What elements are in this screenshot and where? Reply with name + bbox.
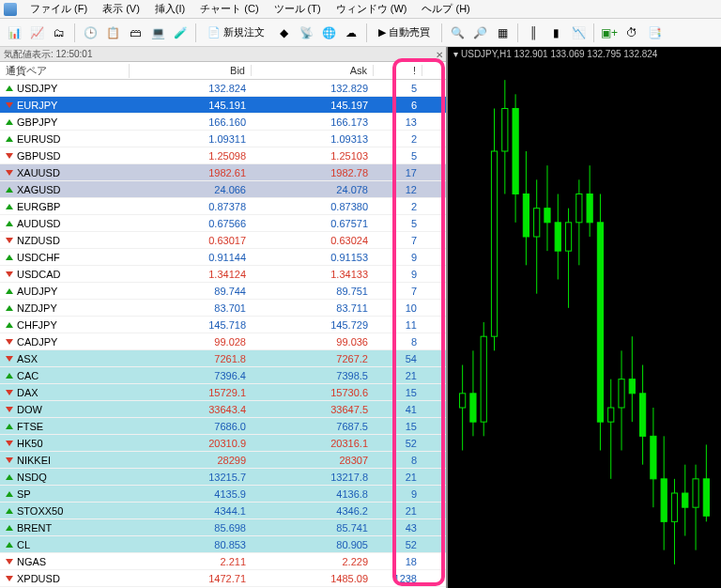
bid-cell: 80.853 (130, 539, 252, 550)
triangle-up-icon (6, 187, 13, 193)
table-row[interactable]: GBPJPY166.160166.17313 (0, 114, 446, 131)
triangle-down-icon (6, 390, 13, 395)
table-row[interactable]: EURUSD1.093111.093132 (0, 131, 446, 147)
chart-panel[interactable]: ▾USDJPY,H1 132.901 133.069 132.795 132.8… (448, 47, 721, 588)
table-row[interactable]: EURJPY145.191145.1976 (0, 97, 446, 114)
spread-cell: 11 (374, 319, 422, 331)
close-icon[interactable]: ✕ (436, 48, 443, 63)
new-order-button[interactable]: 📄新規注文 (201, 23, 271, 43)
spread-cell: 9 (374, 269, 422, 280)
add-indicator-icon[interactable]: ▣+ (599, 23, 620, 43)
table-row[interactable]: NSDQ13215.713217.821 (0, 469, 446, 486)
table-row[interactable]: CADJPY99.02899.0368 (0, 333, 446, 350)
terminal-icon[interactable]: 💻 (147, 23, 168, 43)
table-row[interactable]: NIKKEI28299283078 (0, 452, 446, 469)
header-spread[interactable]: ! (374, 65, 422, 76)
spread-cell: 15 (374, 387, 422, 398)
table-row[interactable]: XAGUSD24.06624.07812 (0, 181, 446, 198)
menu-tool[interactable]: ツール (T) (267, 0, 329, 18)
table-row[interactable]: ASX7261.87267.254 (0, 350, 446, 367)
table-row[interactable]: BRENT85.69885.74143 (0, 519, 446, 536)
triangle-up-icon (6, 491, 13, 497)
metaeditor-icon[interactable]: ◆ (273, 23, 294, 43)
header-bid[interactable]: Bid (130, 65, 252, 76)
spread-cell: 6 (374, 100, 422, 111)
table-row[interactable]: GBPUSD1.250981.251035 (0, 147, 446, 164)
table-row[interactable]: FTSE7686.07687.515 (0, 418, 446, 435)
menu-window[interactable]: ウィンドウ (W) (329, 0, 415, 18)
header-ask[interactable]: Ask (252, 65, 374, 76)
table-row[interactable]: EURGBP0.873780.873802 (0, 198, 446, 215)
table-row[interactable]: XAUUSD1982.611982.7817 (0, 164, 446, 181)
data-window-icon[interactable]: 📋 (102, 23, 123, 43)
table-row[interactable]: AUDJPY89.74489.7517 (0, 283, 446, 300)
table-row[interactable]: NGAS2.2112.22918 (0, 553, 446, 570)
bar-chart-icon[interactable]: 📈 (26, 23, 47, 43)
bars-icon[interactable]: ║ (523, 23, 544, 43)
menu-insert[interactable]: 挿入(I) (147, 0, 192, 18)
menu-view[interactable]: 表示 (V) (95, 0, 147, 18)
table-row[interactable]: CAC7396.47398.521 (0, 367, 446, 384)
menubar: ファイル (F) 表示 (V) 挿入(I) チャート (C) ツール (T) ウ… (0, 0, 721, 19)
market-icon[interactable]: 🌐 (318, 23, 339, 43)
ask-cell: 1.25103 (252, 150, 374, 162)
table-row[interactable]: USDCAD1.341241.341339 (0, 266, 446, 283)
bid-cell: 15729.1 (130, 387, 252, 398)
triangle-up-icon (6, 525, 13, 531)
table-row[interactable]: STOXX504344.14346.221 (0, 503, 446, 519)
spread-cell: 1238 (374, 573, 422, 584)
menu-chart[interactable]: チャート (C) (192, 0, 266, 18)
templates-icon[interactable]: 📑 (644, 23, 665, 43)
header-symbol[interactable]: 通貨ペア (0, 64, 130, 78)
menu-file[interactable]: ファイル (F) (23, 0, 95, 18)
bid-cell: 28299 (130, 455, 252, 466)
vps-icon[interactable]: ☁ (341, 23, 361, 43)
table-row[interactable]: NZDJPY83.70183.71110 (0, 300, 446, 317)
grid-body[interactable]: USDJPY132.824132.8295EURJPY145.191145.19… (0, 80, 446, 588)
candles-icon[interactable]: ▮ (545, 23, 566, 43)
symbol-cell: BRENT (0, 522, 130, 534)
spread-cell: 5 (374, 218, 422, 229)
triangle-up-icon (6, 119, 13, 125)
bid-cell: 4344.1 (130, 505, 252, 517)
periods-icon[interactable]: ⏱ (621, 23, 642, 43)
table-row[interactable]: USDCHF0.911440.911539 (0, 249, 446, 266)
signals-icon[interactable]: 📡 (296, 23, 316, 43)
table-row[interactable]: DOW33643.433647.541 (0, 401, 446, 418)
spread-cell: 52 (374, 539, 422, 550)
market-watch-icon[interactable]: 🕒 (80, 23, 100, 43)
new-chart-icon[interactable]: 📊 (4, 23, 24, 43)
spread-cell: 41 (374, 404, 422, 415)
menu-help[interactable]: ヘルプ (H) (414, 0, 477, 18)
tester-icon[interactable]: 🧪 (170, 23, 191, 43)
table-row[interactable]: CL80.85380.90552 (0, 536, 446, 553)
ask-cell: 13217.8 (252, 472, 374, 483)
auto-trade-button[interactable]: ▶自動売買 (372, 23, 437, 43)
table-row[interactable]: SP4135.94136.89 (0, 486, 446, 503)
ask-cell: 20316.1 (252, 438, 374, 449)
ask-cell: 83.711 (252, 302, 374, 314)
zoom-in-icon[interactable]: 🔍 (447, 23, 468, 43)
zoom-out-icon[interactable]: 🔎 (469, 23, 490, 43)
tile-icon[interactable]: ▦ (492, 23, 513, 43)
profiles-icon[interactable]: 🗂 (49, 23, 69, 43)
line-icon[interactable]: 📉 (568, 23, 589, 43)
table-row[interactable]: CHFJPY145.718145.72911 (0, 317, 446, 333)
spread-cell: 17 (374, 167, 422, 178)
bid-cell: 24.066 (130, 184, 252, 195)
table-row[interactable]: DAX15729.115730.615 (0, 384, 446, 401)
spread-cell: 7 (374, 286, 422, 297)
chevron-down-icon[interactable]: ▾ (453, 49, 458, 59)
table-row[interactable]: NZDUSD0.630170.630247 (0, 232, 446, 249)
bid-cell: 0.67566 (130, 218, 252, 229)
svg-rect-43 (683, 493, 688, 507)
table-row[interactable]: USDJPY132.824132.8295 (0, 80, 446, 97)
table-row[interactable]: HK5020310.920316.152 (0, 435, 446, 452)
ask-cell: 1.09313 (252, 133, 374, 145)
table-row[interactable]: XPDUSD1472.711485.091238 (0, 570, 446, 587)
table-row[interactable]: AUDUSD0.675660.675715 (0, 215, 446, 232)
navigator-icon[interactable]: 🗃 (125, 23, 146, 43)
svg-rect-23 (576, 194, 582, 223)
candlestick-chart[interactable] (448, 47, 721, 588)
market-watch-title: 気配値表示: 12:50:01 ✕ (0, 47, 446, 62)
